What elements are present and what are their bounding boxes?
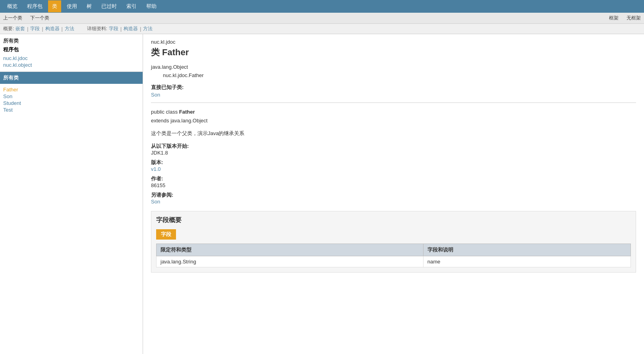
subclasses-value[interactable]: Son [151, 92, 636, 98]
detail-constructor-link[interactable]: 构造器 [124, 25, 138, 32]
since-label: 从以下版本开始: [151, 143, 636, 150]
noframe-link[interactable]: 无框架 [627, 15, 641, 21]
since-value: JDK1.8 [151, 150, 636, 156]
detail-label: 详细资料: [87, 25, 107, 32]
class-declaration: public class Father extends java.lang.Ob… [151, 108, 636, 125]
table-header-field: 字段和说明 [423, 244, 630, 256]
fields-summary-container: 字段概要 字段 限定符和类型 字段和说明 java.lang.String na… [151, 211, 636, 273]
field-tab-button[interactable]: 字段 [156, 229, 176, 240]
class-description: 这个类是一个父类，演示Java的继承关系 [151, 130, 636, 137]
next-class-link[interactable]: 下一个类 [30, 15, 49, 21]
hierarchy-line2: nuc.kl.jdoc.Father [151, 72, 636, 80]
summary-bar: 概要: 嵌套 | 字段 | 构造器 | 方法 详细资料: 字段 | 构造器 | … [0, 24, 644, 34]
all-classes-header: 所有类 [0, 72, 143, 84]
fields-table: 限定符和类型 字段和说明 java.lang.String name [156, 244, 631, 267]
author-value: 86155 [151, 182, 636, 188]
declaration-line1-prefix: public class [151, 109, 179, 115]
constructor-link[interactable]: 构造器 [45, 25, 60, 32]
subclasses-label: 直接已知子类: [151, 84, 636, 91]
sub-toolbar: 上一个类 下一个类 框架 无框架 [0, 13, 644, 24]
class-hierarchy: java.lang.Object nuc.kl.jdoc.Father [151, 63, 636, 80]
pkg-link-jdoc[interactable]: nuc.kl.jdoc [3, 55, 139, 62]
sidebar: 所有类 程序包 nuc.kl.jdoc nuc.kl.object 所有类 Fa… [0, 34, 143, 354]
seealso-section: 另请参阅: Son [151, 192, 636, 205]
field-link[interactable]: 字段 [30, 25, 40, 32]
content-area: nuc.kl.jdoc 类 Father java.lang.Object nu… [143, 34, 644, 354]
nav-use[interactable]: 使用 [63, 0, 81, 12]
nav-tree[interactable]: 树 [83, 0, 96, 12]
nested-link[interactable]: 嵌套 [15, 25, 25, 32]
fields-summary-title: 字段概要 [156, 216, 631, 224]
field-type: java.lang.String [157, 256, 424, 267]
pkg-link-object[interactable]: nuc.kl.object [3, 62, 139, 68]
method-link[interactable]: 方法 [65, 25, 74, 32]
packages-section: 所有类 程序包 nuc.kl.jdoc nuc.kl.object [0, 34, 143, 72]
hierarchy-line1: java.lang.Object [151, 64, 188, 70]
author-label: 作者: [151, 175, 636, 182]
divider-1 [151, 103, 636, 103]
version-value[interactable]: v1.0 [151, 166, 636, 172]
nav-class[interactable]: 类 [48, 0, 61, 12]
program-pkg-label: 程序包 [3, 46, 19, 52]
all-classes-top-label: 所有类 [3, 37, 139, 44]
class-link-test[interactable]: Test [3, 106, 139, 113]
nav-index[interactable]: 索引 [122, 0, 141, 12]
subclasses-section: 直接已知子类: Son [151, 84, 636, 98]
nav-help[interactable]: 帮助 [142, 0, 161, 12]
class-link-father[interactable]: Father [3, 86, 139, 93]
table-header-type: 限定符和类型 [157, 244, 424, 256]
prev-class-link[interactable]: 上一个类 [3, 15, 22, 21]
nav-package[interactable]: 程序包 [23, 0, 46, 12]
declaration-line2: extends java.lang.Object [151, 118, 207, 124]
seealso-label: 另请参阅: [151, 192, 636, 199]
frame-link[interactable]: 框架 [609, 15, 619, 21]
seealso-value[interactable]: Son [151, 199, 636, 205]
top-navigation: 概览 程序包 类 使用 树 已过时 索引 帮助 [0, 0, 644, 13]
author-section: 作者: 86155 [151, 175, 636, 188]
class-link-student[interactable]: Student [3, 100, 139, 106]
class-heading: 类 Father [151, 46, 636, 58]
detail-method-link[interactable]: 方法 [143, 25, 153, 32]
table-row: java.lang.String name [157, 256, 631, 267]
since-section: 从以下版本开始: JDK1.8 [151, 143, 636, 156]
version-section: 版本: v1.0 [151, 159, 636, 172]
field-name: name [423, 256, 630, 267]
declaration-classname: Father [179, 109, 195, 115]
class-link-son[interactable]: Son [3, 93, 139, 100]
nav-deprecated[interactable]: 已过时 [97, 0, 121, 12]
nav-overview[interactable]: 概览 [3, 0, 21, 12]
package-path: nuc.kl.jdoc [151, 39, 636, 45]
detail-field-link[interactable]: 字段 [109, 25, 118, 32]
version-label: 版本: [151, 159, 636, 166]
summary-label: 概要: [3, 25, 14, 32]
main-layout: 所有类 程序包 nuc.kl.jdoc nuc.kl.object 所有类 Fa… [0, 34, 644, 354]
all-classes-list: Father Son Student Test [0, 84, 143, 116]
